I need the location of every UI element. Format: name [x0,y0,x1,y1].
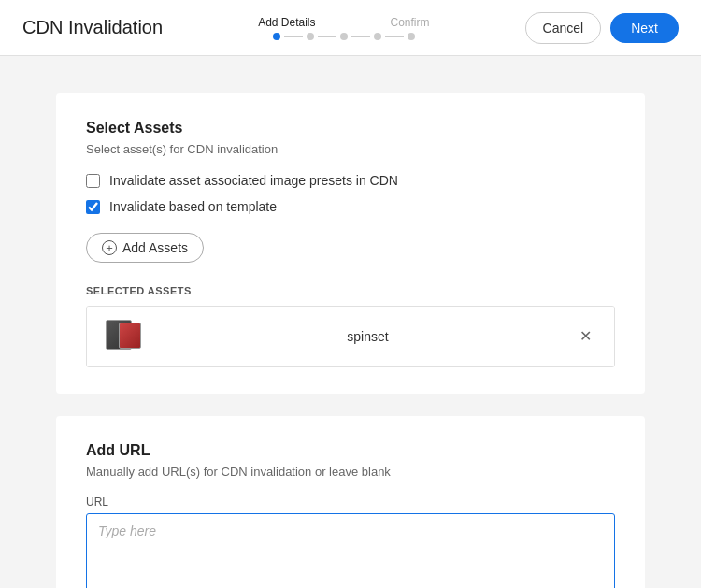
checkbox-image-presets-label[interactable]: Invalidate asset associated image preset… [109,173,398,188]
url-label: URL [86,495,615,509]
select-assets-section: Select Assets Select asset(s) for CDN in… [56,93,645,394]
step2-label: Confirm [391,16,430,29]
next-button[interactable]: Next [610,13,679,43]
step-line-3 [351,36,370,37]
select-assets-title: Select Assets [86,120,615,136]
selected-assets-header: SELECTED ASSETS [86,285,615,296]
asset-remove-button[interactable]: ✕ [572,325,599,348]
step1-label: Add Details [258,16,315,29]
add-assets-button[interactable]: + Add Assets [86,233,204,263]
main-content: Select Assets Select asset(s) for CDN in… [0,56,701,588]
add-url-section: Add URL Manually add URL(s) for CDN inva… [56,416,645,588]
header: CDN Invalidation Add Details Confirm Can… [0,0,701,56]
add-assets-label: Add Assets [122,240,188,255]
url-textarea[interactable] [86,513,615,588]
step-line-2 [318,36,336,37]
page-title: CDN Invalidation [22,17,163,38]
step4-dot [374,33,381,40]
checkbox-row-1: Invalidate asset associated image preset… [86,173,615,188]
assets-table: spinset ✕ [86,306,615,367]
add-url-title: Add URL [86,442,615,459]
thumbnail-img2 [119,323,141,349]
stepper-labels: Add Details Confirm [258,16,429,29]
header-actions: Cancel Next [525,12,679,44]
stepper-dots [273,33,415,40]
asset-name: spinset [164,329,572,344]
checkbox-template[interactable] [86,200,100,214]
checkbox-template-label[interactable]: Invalidate based on template [109,199,277,214]
plus-circle-icon: + [102,240,117,255]
table-row: spinset ✕ [87,307,614,366]
step-line-1 [284,36,303,37]
step2-dot [307,33,314,40]
step-line-4 [385,36,404,37]
step3-dot [340,33,348,40]
step5-dot [408,33,415,40]
select-assets-subtitle: Select asset(s) for CDN invalidation [86,142,615,156]
step1-dot [273,33,280,40]
asset-thumbnail [102,318,149,355]
checkbox-row-2: Invalidate based on template [86,199,615,214]
cancel-button[interactable]: Cancel [525,12,602,44]
stepper: Add Details Confirm [163,16,525,40]
checkbox-image-presets[interactable] [86,174,100,188]
add-url-subtitle: Manually add URL(s) for CDN invalidation… [86,465,615,479]
